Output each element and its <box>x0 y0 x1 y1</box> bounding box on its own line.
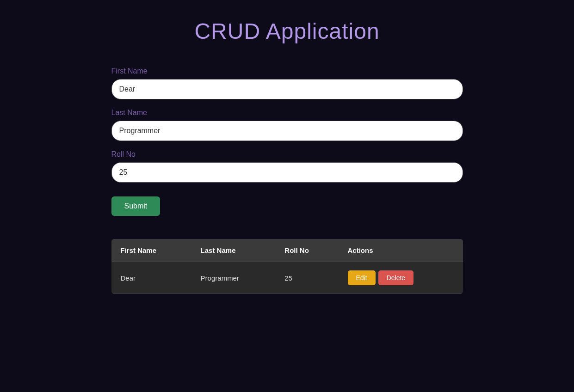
col-first-name: First Name <box>111 239 191 262</box>
cell-first-name: Dear <box>111 262 191 294</box>
form-section: First Name Last Name Roll No Submit <box>111 67 463 216</box>
cell-actions: EditDelete <box>339 262 463 294</box>
table-section: First Name Last Name Roll No Actions Dea… <box>111 239 463 294</box>
delete-button[interactable]: Delete <box>378 270 414 285</box>
table-header-row: First Name Last Name Roll No Actions <box>111 239 463 262</box>
first-name-label: First Name <box>111 67 463 75</box>
col-actions: Actions <box>339 239 463 262</box>
col-roll-no: Roll No <box>275 239 338 262</box>
table-row: DearProgrammer25EditDelete <box>111 262 463 294</box>
roll-no-input[interactable] <box>111 162 463 183</box>
page-title: CRUD Application <box>194 18 379 44</box>
edit-button[interactable]: Edit <box>348 270 376 285</box>
cell-last-name: Programmer <box>191 262 276 294</box>
first-name-group: First Name <box>111 67 463 99</box>
last-name-label: Last Name <box>111 109 463 117</box>
roll-no-label: Roll No <box>111 150 463 159</box>
first-name-input[interactable] <box>111 79 463 99</box>
last-name-input[interactable] <box>111 121 463 141</box>
submit-button[interactable]: Submit <box>111 196 160 216</box>
last-name-group: Last Name <box>111 109 463 141</box>
cell-roll-no: 25 <box>275 262 338 294</box>
col-last-name: Last Name <box>191 239 276 262</box>
data-table: First Name Last Name Roll No Actions Dea… <box>111 239 463 294</box>
roll-no-group: Roll No <box>111 150 463 183</box>
